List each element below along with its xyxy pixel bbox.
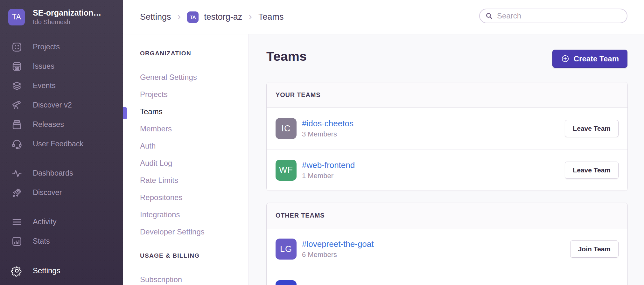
sidebar-item-activity[interactable]: Activity [0,212,123,232]
breadcrumb-page-label[interactable]: Teams [258,12,284,22]
sidebar-group-activity: Activity Stats [0,212,123,251]
breadcrumb: Settings › TA testorg-az › Teams [140,11,284,23]
settings-nav-item-teams[interactable]: Teams [140,103,236,120]
search-icon [485,12,493,20]
dashboards-pulse-icon [10,167,23,180]
sidebar-item-user-feedback[interactable]: User Feedback [0,134,123,154]
org-avatar: TA [8,9,25,25]
settings-nav-section-title: USAGE & BILLING [140,252,236,260]
team-link[interactable]: #lovepreet-the-goat [302,239,374,249]
team-avatar: LG [276,239,297,260]
join-team-button[interactable]: Join Team [570,240,619,258]
circle-plus-icon [561,54,570,63]
team-row-partial [267,270,627,285]
sidebar-item-label: Discover [33,188,62,197]
team-info: #web-frontend 1 Member [302,160,355,180]
settings-nav-item-projects[interactable]: Projects [140,86,236,103]
team-members-count: 6 Members [302,251,374,259]
org-switcher[interactable]: TA SE-organization… Ido Shemesh [0,0,123,29]
search-input[interactable] [497,11,622,20]
sidebar-item-releases[interactable]: Releases [0,115,123,134]
sidebar-item-label: Events [33,81,56,90]
telescope-icon [10,99,23,112]
team-row: LG #lovepreet-the-goat 6 Members Join Te… [267,228,627,270]
team-link[interactable]: #idos-cheetos [302,119,354,129]
settings-nav-item-auth[interactable]: Auth [140,137,236,155]
breadcrumb-settings-link[interactable]: Settings [140,12,171,22]
breadcrumb-org-link[interactable]: TA testorg-az [187,11,242,23]
sidebar-item-label: Dashboards [33,169,73,177]
sidebar-nav: Projects Issues [0,37,123,280]
sidebar-item-stats[interactable]: Stats [0,232,123,251]
releases-archive-icon [10,118,23,131]
discover-rocket-icon [10,186,23,199]
team-link[interactable]: #web-frontend [302,160,355,170]
team-avatar [276,280,297,285]
create-team-button[interactable]: Create Team [552,50,627,68]
projects-grid-icon [10,41,23,53]
team-info: #lovepreet-the-goat 6 Members [302,239,374,259]
search-box[interactable] [479,9,627,23]
sidebar-item-label: Projects [33,43,60,51]
issues-box-icon [10,60,23,73]
team-members-count: 1 Member [302,172,355,180]
team-avatar: WF [276,160,297,181]
stats-chart-icon [10,235,23,248]
sidebar-group-primary: Projects Issues [0,37,123,154]
user-feedback-headset-icon [10,138,23,150]
app-sidebar: TA SE-organization… Ido Shemesh [0,0,123,285]
activity-lines-icon [10,216,23,228]
teams-panels: YOUR TEAMS IC #idos-cheetos 3 Members Le… [266,82,628,285]
breadcrumb-org-label: testorg-az [204,12,242,22]
sidebar-group-dashboards: Dashboards Discover [0,163,123,202]
panel-header: YOUR TEAMS [267,82,627,108]
sidebar-item-label: Activity [33,218,56,226]
settings-secondary-nav: ORGANIZATION General Settings Projects T… [123,34,236,285]
sidebar-item-label: Releases [33,120,64,129]
settings-nav-item-rate-limits[interactable]: Rate Limits [140,172,236,189]
sidebar-item-label: User Feedback [33,140,83,148]
team-row: WF #web-frontend 1 Member Leave Team [267,149,627,191]
sidebar-item-settings[interactable]: Settings [0,261,123,280]
sidebar-active-indicator [123,107,127,119]
chevron-right-icon: › [178,11,181,21]
settings-nav-item-repositories[interactable]: Repositories [140,189,236,206]
your-teams-panel: YOUR TEAMS IC #idos-cheetos 3 Members Le… [266,82,628,191]
leave-team-button[interactable]: Leave Team [565,162,619,179]
settings-nav-item-subscription[interactable]: Subscription [140,271,236,285]
team-avatar: IC [276,118,297,139]
sidebar-item-events[interactable]: Events [0,76,123,95]
settings-nav-item-integrations[interactable]: Integrations [140,206,236,223]
sidebar-item-projects[interactable]: Projects [0,37,123,57]
settings-nav-item-audit-log[interactable]: Audit Log [140,155,236,172]
leave-team-button[interactable]: Leave Team [565,120,619,137]
org-name: SE-organization… [33,8,101,17]
page-title: Teams [266,49,307,64]
panel-header: OTHER TEAMS [267,203,627,228]
sentry-settings-teams-page: TA SE-organization… Ido Shemesh [0,0,644,285]
settings-nav-section-title: ORGANIZATION [140,50,236,57]
sidebar-item-label: Issues [33,62,54,71]
org-badge: TA [187,11,199,23]
settings-nav-item-members[interactable]: Members [140,120,236,137]
sidebar-item-discover[interactable]: Discover [0,183,123,202]
sidebar-item-label: Discover v2 [33,101,72,109]
settings-nav-item-developer-settings[interactable]: Developer Settings [140,223,236,240]
sidebar-item-label: Stats [33,237,50,246]
top-bar: Settings › TA testorg-az › Teams [123,0,644,34]
settings-nav-item-general-settings[interactable]: General Settings [140,69,236,86]
sidebar-item-label: Settings [33,266,60,275]
chevron-right-icon: › [248,11,252,21]
team-info: #idos-cheetos 3 Members [302,119,354,138]
sidebar-item-dashboards[interactable]: Dashboards [0,163,123,183]
org-meta: SE-organization… Ido Shemesh [33,8,101,26]
team-row: IC #idos-cheetos 3 Members Leave Team [267,108,627,149]
sidebar-item-discover-v2[interactable]: Discover v2 [0,95,123,115]
main-content: Teams Create Team YOUR TEAMS IC #idos-ch… [236,34,644,285]
events-layers-icon [10,80,23,92]
team-members-count: 3 Members [302,130,354,138]
sidebar-item-issues[interactable]: Issues [0,57,123,76]
create-team-label: Create Team [574,54,619,63]
gear-icon [10,264,23,277]
org-user-name: Ido Shemesh [33,18,101,26]
